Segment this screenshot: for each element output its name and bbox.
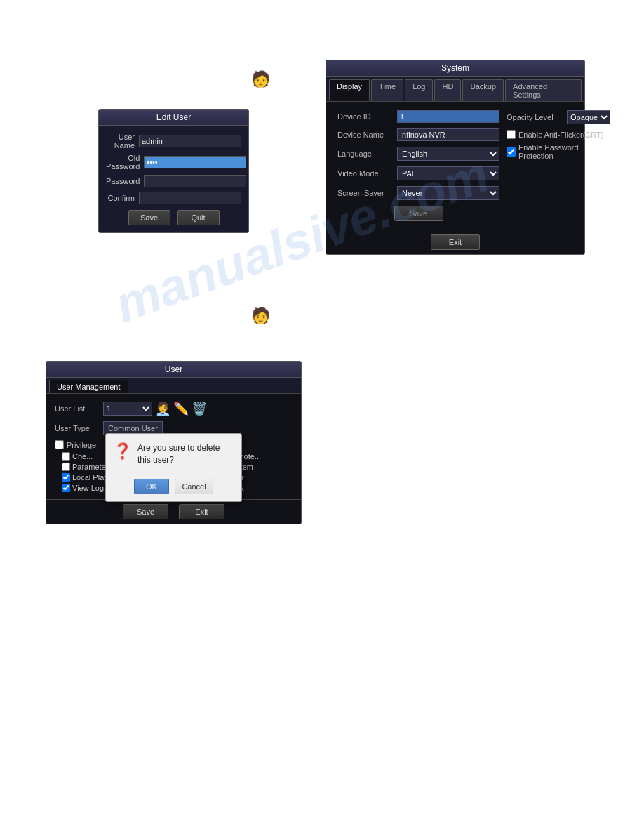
username-input[interactable] <box>139 135 241 147</box>
system-save-button[interactable]: Save <box>394 206 443 221</box>
old-password-row: Old Password <box>106 154 241 171</box>
tab-advanced-settings[interactable]: Advanced Settings <box>505 79 582 101</box>
device-id-row: Device ID <box>337 110 499 123</box>
privilege-label: Privilege <box>67 441 96 449</box>
confirm-row: Confirm <box>106 192 241 204</box>
confirm-label: Confirm <box>106 194 139 202</box>
priv-label-che: Che... <box>72 452 93 461</box>
edit-user-icon[interactable]: ✏️ <box>173 401 189 416</box>
video-mode-label: Video Mode <box>337 169 397 178</box>
edit-user-quit-button[interactable]: Quit <box>177 210 220 225</box>
tab-log[interactable]: Log <box>405 79 433 101</box>
anti-flicker-row: Enable Anti-Flicker(CRT) <box>507 130 610 139</box>
tab-display[interactable]: Display <box>329 79 370 101</box>
anti-flicker-checkbox[interactable] <box>507 130 516 139</box>
old-password-input[interactable] <box>144 156 246 168</box>
screen-saver-select[interactable]: Never <box>397 186 499 200</box>
screen-saver-row: Screen Saver Never <box>337 186 499 200</box>
priv-checkbox-che[interactable] <box>62 452 70 461</box>
tab-user-management[interactable]: User Management <box>49 380 128 393</box>
privilege-all-checkbox[interactable] <box>55 440 64 449</box>
delete-user-icon[interactable]: 🗑️ <box>192 401 207 416</box>
user-list-label: User List <box>55 404 100 413</box>
opacity-label: Opacity Level <box>507 113 563 121</box>
device-name-label: Device Name <box>337 131 397 139</box>
user-save-button[interactable]: Save <box>123 504 168 519</box>
priv-checkbox-view-log[interactable] <box>62 484 70 492</box>
confirm-input[interactable] <box>139 192 241 204</box>
system-left-panel: Device ID Device Name Language English V… <box>337 110 499 221</box>
opacity-select[interactable]: Opaque <box>567 110 610 124</box>
language-label: Language <box>337 150 397 158</box>
password-label: Password <box>106 177 144 185</box>
user-list-row: User List 1 🧑‍💼 ✏️ 🗑️ <box>55 401 293 416</box>
confirm-message: Are you sure to delete this user? <box>137 442 234 466</box>
username-label: User Name <box>106 133 139 150</box>
user-footer: Save Exit <box>46 499 301 524</box>
user-exit-button[interactable]: Exit <box>179 504 224 519</box>
system-footer: Exit <box>326 230 584 254</box>
screen-saver-label: Screen Saver <box>337 189 397 197</box>
tab-time[interactable]: Time <box>371 79 403 101</box>
confirm-question-icon: ❓ <box>113 442 132 461</box>
password-protection-label: Enable Password Protection <box>518 143 610 160</box>
device-id-label: Device ID <box>337 112 397 121</box>
system-dialog: System Display Time Log HD Backup Advanc… <box>326 60 585 255</box>
password-protection-row: Enable Password Protection <box>507 143 610 160</box>
priv-checkbox-parameter[interactable] <box>62 463 70 471</box>
edit-user-title: Edit User <box>99 110 248 126</box>
tab-hd[interactable]: HD <box>434 79 461 101</box>
user-list-select[interactable]: 1 <box>103 402 152 416</box>
confirm-ok-button[interactable]: OK <box>134 479 169 494</box>
opacity-row: Opacity Level Opaque <box>507 110 610 124</box>
person-icon-top: 🧑 <box>251 70 270 88</box>
priv-label-parameter: Parameter <box>72 463 108 471</box>
device-id-input[interactable] <box>397 110 499 123</box>
user-title: User <box>46 362 301 378</box>
priv-checkbox-local-playback[interactable] <box>62 473 70 482</box>
confirm-cancel-button[interactable]: Cancel <box>175 479 213 494</box>
username-row: User Name <box>106 133 241 150</box>
device-name-row: Device Name <box>337 128 499 141</box>
edit-user-save-button[interactable]: Save <box>128 210 170 225</box>
priv-label-view-log: View Log <box>72 484 104 492</box>
anti-flicker-label: Enable Anti-Flicker(CRT) <box>518 131 603 139</box>
system-right-panel: Opacity Level Opaque Enable Anti-Flicker… <box>507 110 610 221</box>
device-name-input[interactable] <box>397 128 499 141</box>
tab-backup[interactable]: Backup <box>462 79 504 101</box>
system-exit-button[interactable]: Exit <box>431 234 480 250</box>
video-mode-select[interactable]: PAL <box>397 166 499 180</box>
language-select[interactable]: English <box>397 147 499 161</box>
add-user-icon[interactable]: 🧑‍💼 <box>155 401 170 416</box>
user-mgmt-tabs: User Management <box>46 378 301 394</box>
password-row: Password <box>106 175 241 187</box>
system-title: System <box>326 60 584 77</box>
old-password-label: Old Password <box>106 154 144 171</box>
system-tabs: Display Time Log HD Backup Advanced Sett… <box>326 77 584 102</box>
password-protection-checkbox[interactable] <box>507 147 516 157</box>
language-row: Language English <box>337 147 499 161</box>
user-type-label: User Type <box>55 424 100 432</box>
password-input[interactable] <box>144 175 246 187</box>
confirm-delete-dialog: ❓ Are you sure to delete this user? OK C… <box>105 433 242 502</box>
person-icon-bottom: 🧑 <box>251 307 270 325</box>
edit-user-dialog: Edit User User Name Old Password Passwor… <box>98 109 249 233</box>
video-mode-row: Video Mode PAL <box>337 166 499 180</box>
